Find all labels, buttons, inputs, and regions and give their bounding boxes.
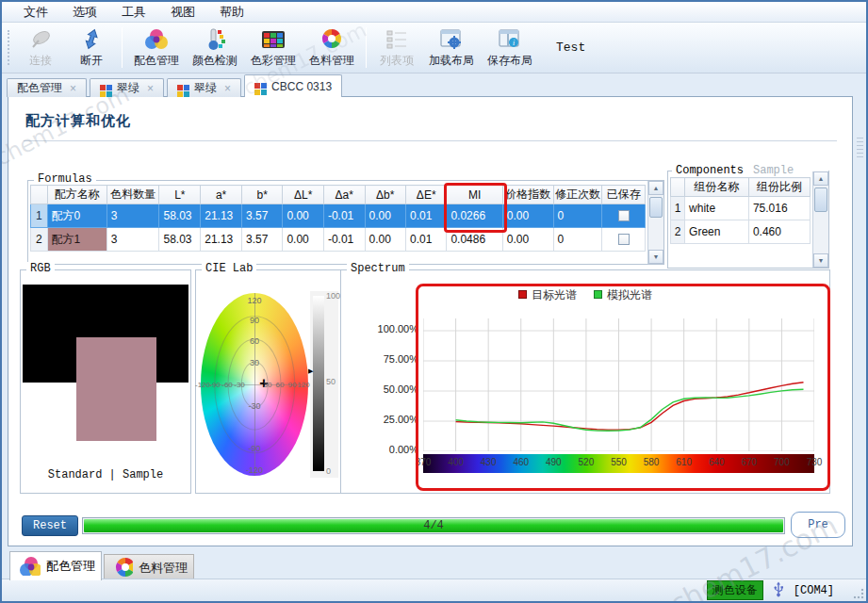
formulas-scrollbar[interactable]: ▲ ▼ xyxy=(647,181,663,264)
formulas-column-header[interactable]: ΔL* xyxy=(283,186,323,204)
formulas-cell[interactable]: 0 xyxy=(553,228,602,252)
resize-grip[interactable] xyxy=(853,588,864,599)
formulas-cell[interactable]: 3.57 xyxy=(241,228,282,252)
formulas-cell[interactable]: 0.00 xyxy=(365,228,405,252)
formulas-cell[interactable]: 3 xyxy=(106,204,159,228)
components-column-header[interactable]: 组份比例 xyxy=(748,178,810,197)
menu-item-0[interactable]: 文件 xyxy=(11,2,60,23)
formulas-column-header[interactable] xyxy=(31,186,48,204)
main-panel: 配方计算和优化 Formulas 配方名称色料数量L*a*b*ΔL*Δa*Δb*… xyxy=(8,96,853,546)
formulas-cell[interactable]: 0.00 xyxy=(283,204,323,228)
formulas-cell[interactable]: 58.03 xyxy=(159,204,201,228)
formulas-row[interactable]: 1配方0358.0321.133.570.00-0.010.000.010.02… xyxy=(31,204,646,228)
menu-item-2[interactable]: 工具 xyxy=(109,2,158,23)
formulas-cell[interactable]: 2 xyxy=(31,228,48,252)
formulas-cell[interactable]: -0.01 xyxy=(323,228,365,252)
toolbar-button-color-matching[interactable]: 配色管理 xyxy=(127,25,186,70)
formulas-column-header[interactable]: Δb* xyxy=(365,186,405,204)
formulas-column-header[interactable]: Δa* xyxy=(323,186,365,204)
components-row[interactable]: 1white75.016 xyxy=(671,197,811,220)
scrollbar-thumb[interactable] xyxy=(649,197,663,218)
menu-item-3[interactable]: 视图 xyxy=(158,2,207,23)
formulas-cell[interactable]: 58.03 xyxy=(159,228,201,252)
toolbar-button-list-items[interactable]: 列表项 xyxy=(371,25,422,70)
components-scrollbar[interactable]: ▲ ▼ xyxy=(812,171,828,268)
formulas-column-header[interactable]: 色料数量 xyxy=(106,186,159,204)
components-cell[interactable]: 75.016 xyxy=(748,197,810,220)
formulas-row[interactable]: 2配方1358.0321.133.570.00-0.010.000.010.04… xyxy=(31,228,646,252)
formulas-column-header[interactable]: ΔE* xyxy=(405,186,446,204)
bottom-tab-color-matching[interactable]: 配色管理 xyxy=(9,551,102,580)
formulas-cell[interactable]: 0.00 xyxy=(365,204,405,228)
formulas-cell[interactable]: 配方0 xyxy=(47,204,106,228)
menu-item-1[interactable]: 选项 xyxy=(60,2,109,23)
formulas-column-header[interactable]: L* xyxy=(159,186,201,204)
toolbar-button-colorant-manage[interactable]: 色料管理 xyxy=(303,25,361,70)
scrollbar-thumb[interactable] xyxy=(814,187,827,212)
menu-item-4[interactable]: 帮助 xyxy=(207,2,256,23)
document-tab-0[interactable]: 配色管理× xyxy=(7,78,87,97)
formulas-cell[interactable]: 0.0266 xyxy=(447,204,502,228)
reset-button[interactable]: Reset xyxy=(22,515,78,536)
bottom-tab-colorant-manage[interactable]: 色料管理 xyxy=(104,554,194,580)
formulas-cell[interactable]: 0.00 xyxy=(502,204,553,228)
cielab-color-wheel[interactable]: + 120906030-30-90-120-120-90-60-30306090… xyxy=(201,293,308,476)
components-row[interactable]: 2Green0.460 xyxy=(671,220,811,244)
toolbar-button-color-manage[interactable]: 色彩管理 xyxy=(244,25,303,70)
formulas-cell[interactable]: 0.00 xyxy=(283,228,323,252)
formulas-column-header[interactable]: 已保存 xyxy=(602,186,646,204)
formulas-cell[interactable]: 21.13 xyxy=(201,204,242,228)
formulas-cell[interactable]: 配方1 xyxy=(47,228,106,252)
document-tab-1[interactable]: 翠绿× xyxy=(90,78,164,97)
lightness-scale[interactable]: 100 50 0 ▶ xyxy=(310,291,338,478)
toolbar-button-save-layout[interactable]: i保存布局 xyxy=(481,25,539,70)
document-tab-3[interactable]: CBCC 0313 xyxy=(244,74,342,97)
scroll-up-icon[interactable]: ▲ xyxy=(813,171,828,186)
scroll-down-icon[interactable]: ▼ xyxy=(813,253,828,268)
components-column-header[interactable] xyxy=(671,178,685,197)
formulas-column-header[interactable]: 配方名称 xyxy=(47,186,106,204)
toolbar-test-button[interactable]: Test xyxy=(556,41,585,55)
tab-close-icon[interactable]: × xyxy=(70,82,76,95)
toolbar-button-color-detect[interactable]: 颜色检测 xyxy=(186,25,244,70)
tab-close-icon[interactable]: × xyxy=(224,82,231,95)
components-cell[interactable]: white xyxy=(685,197,749,220)
formulas-column-header[interactable]: MI xyxy=(447,186,502,204)
tab-close-icon[interactable]: × xyxy=(147,82,154,95)
formulas-cell[interactable]: 0.01 xyxy=(405,228,446,252)
formulas-column-header[interactable]: a* xyxy=(201,186,242,204)
formulas-cell[interactable]: 21.13 xyxy=(201,228,242,252)
side-splitter[interactable] xyxy=(855,98,866,545)
toolbar-button-disconnect[interactable]: 断开 xyxy=(66,25,117,70)
scroll-up-icon[interactable]: ▲ xyxy=(648,181,663,195)
pre-button[interactable]: Pre xyxy=(791,512,845,538)
y-axis-tick: 25.00% xyxy=(345,414,418,425)
formulas-cell[interactable]: 3.57 xyxy=(241,204,282,228)
components-cell[interactable]: Green xyxy=(685,220,749,244)
formulas-cell[interactable]: 0.00 xyxy=(502,228,553,252)
toolbar-button-connect[interactable]: 连接 xyxy=(15,25,66,70)
b-axis-tick: 60 xyxy=(250,336,259,346)
formulas-column-header[interactable]: b* xyxy=(241,186,282,204)
components-cell[interactable]: 2 xyxy=(671,220,685,244)
saved-checkbox[interactable] xyxy=(618,234,630,245)
formulas-column-header[interactable]: 修正次数 xyxy=(553,186,602,204)
components-tab-active[interactable]: Components xyxy=(676,164,744,177)
formulas-cell[interactable]: 3 xyxy=(106,228,159,252)
lightness-gradient-bar[interactable] xyxy=(313,296,324,471)
components-cell[interactable]: 1 xyxy=(671,197,685,220)
formulas-cell[interactable]: 0.0486 xyxy=(447,228,502,252)
toolbar-button-load-layout[interactable]: 加载布局 xyxy=(422,25,481,70)
formulas-cell[interactable]: 0 xyxy=(553,204,602,228)
components-column-header[interactable]: 组份名称 xyxy=(685,178,749,197)
scroll-down-icon[interactable]: ▼ xyxy=(648,250,663,264)
formulas-cell[interactable]: 1 xyxy=(31,204,48,228)
formulas-column-header[interactable]: 价格指数 xyxy=(502,186,553,204)
components-cell[interactable]: 0.460 xyxy=(748,220,810,244)
formulas-cell[interactable]: 0.01 xyxy=(405,204,446,228)
lightness-marker-icon[interactable]: ▶ xyxy=(308,367,313,375)
formulas-cell[interactable]: -0.01 xyxy=(323,204,365,228)
spectrum-plot xyxy=(423,315,814,451)
document-tab-2[interactable]: 翠绿× xyxy=(167,78,241,97)
saved-checkbox[interactable] xyxy=(618,210,630,221)
